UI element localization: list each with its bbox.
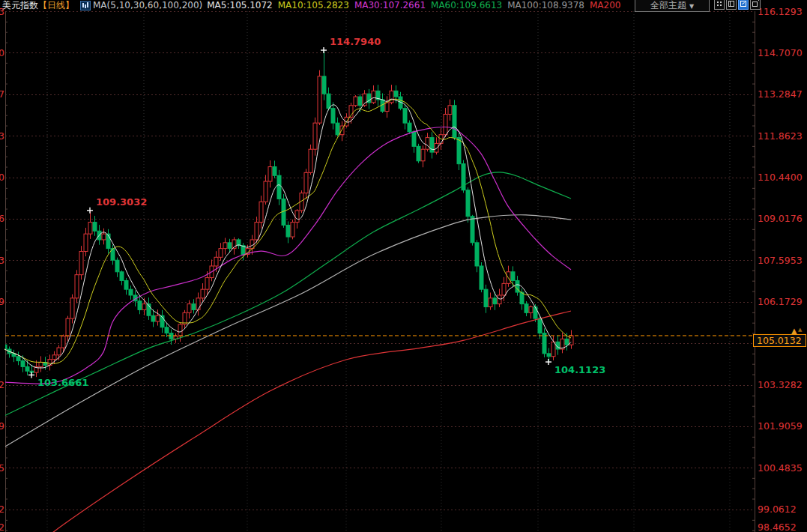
- ma30-value: MA30:107.2661: [354, 0, 426, 10]
- left-axis-label: 111.8623: [0, 130, 4, 142]
- ma5-value: MA5:105.1072: [207, 0, 273, 10]
- last-price-value: 105.0132: [757, 335, 802, 346]
- right-axis-label: 114.7070: [758, 47, 803, 58]
- ma100-value: MA100:108.9378: [507, 0, 584, 10]
- dollar-index-chart-window: 美元指数【日线】MA(5,10,30,60,100,200)MA5:105.10…: [0, 0, 807, 532]
- chevron-down-icon: ▼: [689, 3, 694, 10]
- low-annotation: 104.1123: [554, 364, 605, 375]
- right-axis-label: 109.0176: [758, 213, 803, 224]
- left-axis: 116.1293114.7070113.2847111.8623110.4400…: [0, 6, 4, 532]
- page-title: 美元指数: [2, 0, 38, 10]
- high-annotation: 109.3032: [96, 196, 147, 208]
- ma-line-ma200: [31, 311, 571, 532]
- left-axis-label: 107.5953: [0, 255, 4, 266]
- ma-settings-label: MA(5,10,30,60,100,200): [93, 0, 202, 10]
- ma200-value: MA200: [590, 0, 620, 10]
- left-axis-label: 110.4400: [0, 172, 4, 183]
- right-axis-label: 103.3282: [758, 379, 803, 390]
- left-axis-label: 103.3282: [0, 379, 4, 390]
- right-axis-label: 110.4400: [758, 172, 803, 183]
- right-axis-label: 113.2847: [758, 88, 803, 100]
- right-axis: 116.1293114.7070113.2847111.8623110.4400…: [758, 6, 803, 532]
- grid-dots-icon[interactable]: [714, 0, 725, 10]
- left-axis-label: 100.4835: [0, 462, 4, 474]
- ma60-value: MA60:109.6613: [431, 0, 502, 10]
- right-axis-label: 98.4652: [758, 522, 797, 532]
- left-axis-label: 99.0612: [0, 504, 4, 515]
- right-axis-label: 107.5953: [758, 255, 803, 266]
- right-axis-label: 106.1729: [758, 296, 803, 307]
- high-annotation: 114.7940: [330, 36, 381, 47]
- ma-line-ma100: [4, 215, 571, 447]
- layout-toolbar: [714, 0, 762, 10]
- kline-chart-icon: [80, 1, 91, 10]
- arrow-up-small-icon: ▲: [798, 327, 803, 333]
- arrow-up-icon: ▲: [791, 327, 797, 335]
- theme-dropdown[interactable]: 全部主题▼: [635, 0, 710, 12]
- candles: [3, 50, 573, 377]
- ma10-value: MA10:105.2823: [278, 0, 349, 10]
- theme-dropdown-label: 全部主题: [650, 0, 686, 10]
- panel-add-layout-icon[interactable]: [750, 0, 761, 10]
- left-axis-label: 101.9059: [0, 420, 4, 432]
- ma-line-ma30: [4, 127, 571, 384]
- right-axis-label: 101.9059: [758, 420, 803, 432]
- period-label: 【日线】: [38, 0, 74, 10]
- panel-left-layout-icon[interactable]: [726, 0, 737, 10]
- left-axis-label: 106.1729: [0, 296, 4, 307]
- left-axis-label: 109.0176: [0, 213, 4, 224]
- left-axis-label: 113.2847: [0, 88, 4, 100]
- right-axis-label: 100.4835: [758, 462, 803, 474]
- left-axis-label: 98.4652: [0, 522, 4, 532]
- right-axis-label: 99.0612: [758, 504, 797, 515]
- left-axis-label: 114.7070: [0, 47, 4, 58]
- candlestick-chart[interactable]: 105.0132▲▲116.1293114.7070113.2847111.86…: [0, 0, 807, 532]
- chart-panel-layout-icon[interactable]: [738, 0, 749, 10]
- low-annotation: 103.6661: [37, 377, 88, 388]
- right-axis-label: 111.8623: [758, 130, 803, 142]
